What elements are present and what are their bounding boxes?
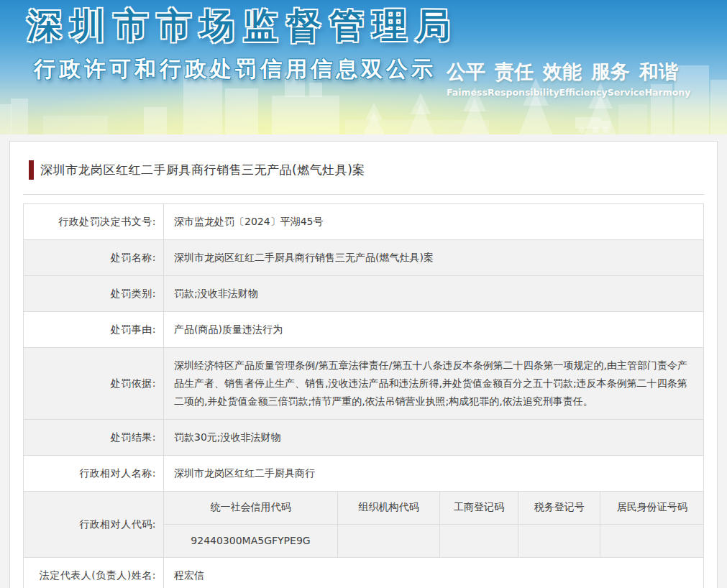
slogan-word: 效能 bbox=[543, 59, 582, 85]
code-value bbox=[439, 524, 518, 557]
row-label: 行政相对人名称: bbox=[24, 456, 164, 492]
content-panel: 深圳市龙岗区红红二手厨具商行销售三无产品(燃气灶具)案 行政处罚决定书文号: 深… bbox=[9, 141, 718, 588]
code-subtable-cell: 统一社会信用代码 组织机构代码 工商登记码 税务登记号 居民身份证号码 9244… bbox=[164, 492, 704, 558]
code-values-row: 92440300MA5GFYPE9G bbox=[164, 524, 703, 557]
row-label: 法定代表人(负责人)姓名: bbox=[24, 558, 164, 588]
title-accent-bar bbox=[29, 160, 34, 180]
row-label: 处罚结果: bbox=[24, 420, 164, 456]
slogan-word: 责任 bbox=[495, 59, 534, 85]
row-value: 程宏信 bbox=[164, 558, 704, 588]
code-column-header: 居民身份证号码 bbox=[600, 492, 703, 524]
row-label: 处罚依据: bbox=[24, 348, 164, 420]
table-row: 处罚依据: 深圳经济特区产品质量管理条例/第五章法律责任/第五十八条违反本条例第… bbox=[24, 348, 704, 420]
case-title: 深圳市龙岗区红红二手厨具商行销售三无产品(燃气灶具)案 bbox=[40, 162, 365, 178]
code-column-header: 工商登记码 bbox=[439, 492, 518, 524]
slogan-chinese: 公平 责任 效能 服务 和谐 bbox=[447, 59, 678, 85]
code-value bbox=[338, 524, 440, 557]
code-column-header: 税务登记号 bbox=[518, 492, 600, 524]
table-row-codes: 行政相对人代码: 统一社会信用代码 组织机构代码 工商登记码 税务登记号 居民身… bbox=[24, 492, 704, 558]
penalty-info-table: 行政处罚决定书文号: 深市监龙处罚〔2024〕平湖45号 处罚名称: 深圳市龙岗… bbox=[23, 203, 704, 588]
slogan-block: 公平 责任 效能 服务 和谐 Faimess Responsibility Ef… bbox=[447, 59, 678, 98]
row-value: 深市监龙处罚〔2024〕平湖45号 bbox=[164, 204, 704, 240]
code-column-header: 组织机构代码 bbox=[338, 492, 440, 524]
code-subtable: 统一社会信用代码 组织机构代码 工商登记码 税务登记号 居民身份证号码 9244… bbox=[164, 492, 703, 557]
row-value: 罚款;没收非法财物 bbox=[164, 276, 704, 312]
table-row: 处罚结果: 罚款30元;没收非法财物 bbox=[24, 420, 704, 456]
code-value bbox=[600, 524, 703, 557]
row-value: 深圳市龙岗区红红二手厨具商行销售三无产品(燃气灶具)案 bbox=[164, 240, 704, 276]
table-row: 行政处罚决定书文号: 深市监龙处罚〔2024〕平湖45号 bbox=[24, 204, 704, 240]
org-name-title: 深圳市市场监督管理局 bbox=[27, 3, 459, 49]
row-label: 行政相对人代码: bbox=[24, 492, 164, 558]
slogan-word-en: Harmony bbox=[645, 87, 691, 98]
code-column-header: 统一社会信用代码 bbox=[164, 492, 338, 524]
slogan-word: 公平 bbox=[447, 59, 485, 85]
code-header-row: 统一社会信用代码 组织机构代码 工商登记码 税务登记号 居民身份证号码 bbox=[164, 492, 703, 524]
site-banner: 深圳市市场监督管理局 行政许可和行政处罚信用信息双公示 公平 责任 效能 服务 … bbox=[0, 0, 727, 134]
table-row: 处罚名称: 深圳市龙岗区红红二手厨具商行销售三无产品(燃气灶具)案 bbox=[24, 240, 704, 276]
row-label: 处罚名称: bbox=[24, 240, 164, 276]
banner-subtitle: 行政许可和行政处罚信用信息双公示 bbox=[34, 55, 436, 84]
row-value: 深圳经济特区产品质量管理条例/第五章法律责任/第五十八条违反本条例第二十四条第一… bbox=[164, 348, 704, 420]
table-row: 法定代表人(负责人)姓名: 程宏信 bbox=[24, 558, 704, 588]
slogan-word-en: Responsibility bbox=[488, 87, 559, 98]
row-value: 深圳市龙岗区红红二手厨具商行 bbox=[164, 456, 704, 492]
row-label: 行政处罚决定书文号: bbox=[24, 204, 164, 240]
row-label: 处罚事由: bbox=[24, 312, 164, 348]
code-value: 92440300MA5GFYPE9G bbox=[164, 524, 338, 557]
code-value bbox=[518, 524, 600, 557]
title-divider bbox=[23, 194, 704, 195]
slogan-word-en: Faimess bbox=[447, 87, 488, 98]
slogan-word-en: Service bbox=[608, 87, 645, 98]
slogan-word: 和谐 bbox=[639, 59, 678, 85]
table-row: 行政相对人名称: 深圳市龙岗区红红二手厨具商行 bbox=[24, 456, 704, 492]
slogan-word-en: Efficiency bbox=[559, 87, 608, 98]
slogan-word: 服务 bbox=[591, 59, 630, 85]
table-row: 处罚事由: 产品(商品)质量违法行为 bbox=[24, 312, 704, 348]
table-row: 处罚类别: 罚款;没收非法财物 bbox=[24, 276, 704, 312]
slogan-english: Faimess Responsibility Efficiency Servic… bbox=[447, 87, 678, 98]
row-value: 罚款30元;没收非法财物 bbox=[164, 420, 704, 456]
case-title-row: 深圳市龙岗区红红二手厨具商行销售三无产品(燃气灶具)案 bbox=[29, 160, 704, 180]
row-label: 处罚类别: bbox=[24, 276, 164, 312]
row-value: 产品(商品)质量违法行为 bbox=[164, 312, 704, 348]
